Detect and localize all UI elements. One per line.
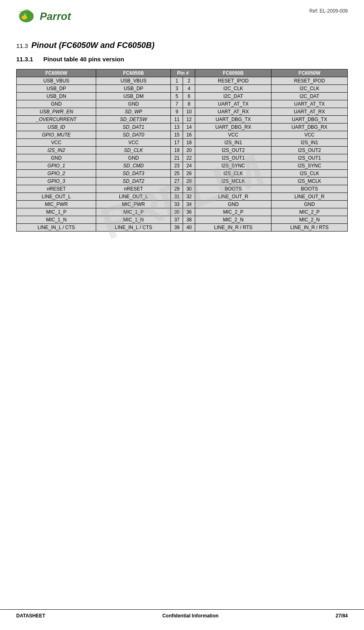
table-row: USB_PWR_ENSD_WP910UART_AT_RXUART_AT_RX <box>17 108 348 116</box>
cell-pin-left: 31 <box>171 193 183 201</box>
cell-fc6050b-left: nRESET <box>96 185 171 193</box>
cell-pin-left: 17 <box>171 139 183 147</box>
cell-fc6050b-left: SD_DAT2 <box>96 178 171 185</box>
cell-pin-right: 10 <box>183 108 195 116</box>
subsection-number: 11.3.1 <box>16 56 33 63</box>
cell-pin-right: 40 <box>183 224 195 232</box>
cell-pin-left: 23 <box>171 162 183 170</box>
cell-fc6050w-right: LINE_IN_R / RTS <box>271 224 348 232</box>
cell-pin-right: 8 <box>183 100 195 108</box>
cell-fc6050b-left: VCC <box>96 139 171 147</box>
cell-fc6050w-left: GPIO_MUTE <box>17 131 96 139</box>
logo-container: Parrot <box>16 8 71 24</box>
cell-fc6050b-right: I2S_IN1 <box>195 139 271 147</box>
cell-fc6050w-left: GPIO_1 <box>17 162 96 170</box>
cell-fc6050b-right: BOOTS <box>195 185 271 193</box>
cell-pin-left: 9 <box>171 108 183 116</box>
cell-pin-right: 36 <box>183 208 195 216</box>
cell-pin-left: 29 <box>171 185 183 193</box>
cell-fc6050w-left: USB_PWR_EN <box>17 108 96 116</box>
cell-pin-right: 24 <box>183 162 195 170</box>
cell-fc6050b-right: UART_DBG_RX <box>195 123 271 131</box>
cell-fc6050b-left: USB_DM <box>96 93 171 100</box>
cell-pin-left: 11 <box>171 116 183 123</box>
cell-fc6050w-left: USB_ID <box>17 123 96 131</box>
cell-pin-right: 18 <box>183 139 195 147</box>
table-row: GNDGND78UART_AT_TXUART_AT_TX <box>17 100 348 108</box>
cell-pin-left: 13 <box>171 123 183 131</box>
cell-fc6050b-right: RESET_IPOD <box>195 77 271 85</box>
cell-pin-right: 6 <box>183 93 195 100</box>
header-fc6050b-right: FC6050B <box>195 69 271 77</box>
cell-fc6050w-right: I2S_OUT1 <box>271 154 348 162</box>
cell-fc6050w-left: GND <box>17 154 96 162</box>
cell-fc6050b-left: MIC_PWR <box>96 201 171 208</box>
footer: DATASHEET Confidential Information 27/84 <box>0 609 364 622</box>
footer-left: DATASHEET <box>16 613 45 619</box>
cell-fc6050w-right: I2S_CLK <box>271 170 348 178</box>
cell-pin-left: 25 <box>171 170 183 178</box>
cell-fc6050b-left: SD_DAT1 <box>96 123 171 131</box>
table-row: USB_DPUSB_DP34I2C_CLKI2C_CLK <box>17 85 348 93</box>
header-fc6050w-left: FC6050W <box>17 69 96 77</box>
cell-pin-right: 26 <box>183 170 195 178</box>
cell-fc6050b-right: I2C_DAT <box>195 93 271 100</box>
cell-fc6050w-left: nRESET <box>17 185 96 193</box>
cell-pin-right: 14 <box>183 123 195 131</box>
cell-fc6050b-left: USB_DP <box>96 85 171 93</box>
cell-pin-right: 30 <box>183 185 195 193</box>
cell-fc6050w-left: USB_DN <box>17 93 96 100</box>
cell-fc6050w-left: GND <box>17 100 96 108</box>
header-pin-hash: Pin # <box>171 69 195 77</box>
cell-fc6050w-left: VCC <box>17 139 96 147</box>
cell-fc6050b-left: SD_CLK <box>96 147 171 154</box>
cell-fc6050w-left: USB_DP <box>17 85 96 93</box>
cell-fc6050b-left: GND <box>96 100 171 108</box>
cell-fc6050b-left: MIC_1_P <box>96 208 171 216</box>
section-number: 11.3 <box>16 42 28 49</box>
cell-fc6050w-left: LINE_IN_L / CTS <box>17 224 96 232</box>
cell-fc6050b-right: GND <box>195 201 271 208</box>
svg-point-3 <box>25 14 26 15</box>
cell-pin-right: 2 <box>183 77 195 85</box>
footer-center: Confidential Information <box>162 613 219 619</box>
cell-fc6050w-left: _OVERCURRENT <box>17 116 96 123</box>
cell-fc6050b-left: SD_CMD <box>96 162 171 170</box>
svg-point-1 <box>22 15 27 19</box>
cell-fc6050w-right: RESET_IPOD <box>271 77 348 85</box>
cell-fc6050w-right: I2C_CLK <box>271 85 348 93</box>
cell-fc6050w-left: GPIO_2 <box>17 170 96 178</box>
table-row: MIC_1_PMIC_1_P3536MIC_2_PMIC_2_P <box>17 208 348 216</box>
cell-fc6050b-left: LINE_OUT_L <box>96 193 171 201</box>
cell-fc6050w-left: GPIO_3 <box>17 178 96 185</box>
cell-fc6050b-left: SD_DETSW <box>96 116 171 123</box>
table-header-row: FC6050W FC6050B Pin # FC6050B FC6050W <box>17 69 348 77</box>
cell-fc6050w-right: I2C_DAT <box>271 93 348 100</box>
cell-fc6050w-right: UART_DBG_RX <box>271 123 348 131</box>
cell-pin-right: 32 <box>183 193 195 201</box>
cell-pin-right: 16 <box>183 131 195 139</box>
header-fc6050w-right: FC6050W <box>271 69 348 77</box>
cell-fc6050w-left: MIC_1_N <box>17 216 96 224</box>
table-row: GPIO_2SD_DAT32526I2S_CLKI2S_CLK <box>17 170 348 178</box>
ref-text: Ref: EL-2009-009 <box>309 8 348 14</box>
cell-pin-right: 28 <box>183 178 195 185</box>
cell-fc6050w-right: GND <box>271 201 348 208</box>
cell-pin-left: 15 <box>171 131 183 139</box>
cell-fc6050b-right: I2S_OUT2 <box>195 147 271 154</box>
cell-fc6050w-right: BOOTS <box>271 185 348 193</box>
cell-fc6050b-right: UART_DBG_TX <box>195 116 271 123</box>
pin-table: FC6050W FC6050B Pin # FC6050B FC6050W US… <box>16 69 348 232</box>
table-row: MIC_1_NMIC_1_N3738MIC_2_NMIC_2_N <box>17 216 348 224</box>
table-row: LINE_IN_L / CTSLINE_IN_L / CTS3940LINE_I… <box>17 224 348 232</box>
cell-fc6050b-right: UART_AT_RX <box>195 108 271 116</box>
cell-fc6050w-right: VCC <box>271 131 348 139</box>
cell-pin-left: 5 <box>171 93 183 100</box>
table-row: GPIO_MUTESD_DAT01516VCCVCC <box>17 131 348 139</box>
table-row: USB_DNUSB_DM56I2C_DATI2C_DAT <box>17 93 348 100</box>
cell-pin-left: 39 <box>171 224 183 232</box>
section-heading: 11.3 Pinout (FC6050W and FC6050B) <box>16 41 348 50</box>
cell-pin-left: 7 <box>171 100 183 108</box>
footer-right: 27/84 <box>336 613 348 619</box>
cell-fc6050b-right: I2S_OUT1 <box>195 154 271 162</box>
